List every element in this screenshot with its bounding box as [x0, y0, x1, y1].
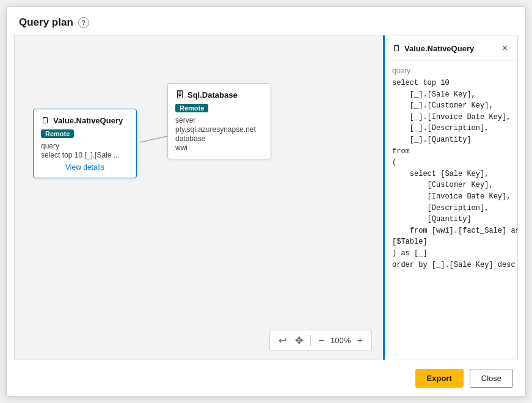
native-query-title: Value.NativeQuery	[53, 116, 123, 125]
detail-panel-body: query select top 10 [_].[Sale Key], [_].…	[385, 60, 517, 360]
sql-database-icon: 🗄	[175, 90, 184, 100]
detail-panel-title-row: 🗒 Value.NativeQuery	[392, 43, 474, 53]
detail-panel-close-button[interactable]: ×	[500, 42, 510, 55]
sql-database-prop-server-value: pty.sql.azuresynapse.net	[175, 125, 263, 134]
zoom-minus-button[interactable]: −	[315, 333, 327, 348]
canvas-toolbar: ↩ ✥ − 100% +	[269, 330, 372, 351]
native-query-icon: 🗒	[41, 115, 49, 125]
native-query-prop-query-label: query	[41, 142, 129, 150]
detail-panel-title: Value.NativeQuery	[404, 44, 474, 53]
native-query-node-header: 🗒 Value.NativeQuery	[41, 115, 129, 125]
undo-button[interactable]: ↩	[275, 333, 290, 348]
sql-database-badge: Remote	[175, 104, 208, 112]
zoom-plus-button[interactable]: +	[354, 333, 366, 348]
detail-panel-header: 🗒 Value.NativeQuery ×	[385, 35, 517, 60]
sql-database-prop-database-value: wwi	[175, 143, 263, 152]
export-button[interactable]: Export	[415, 369, 464, 388]
detail-panel: 🗒 Value.NativeQuery × query select top 1…	[383, 35, 517, 360]
detail-query-code: select top 10 [_].[Sale Key], [_].[Custo…	[392, 78, 510, 270]
close-button[interactable]: Close	[470, 369, 513, 388]
move-button[interactable]: ✥	[291, 333, 307, 348]
toolbar-divider	[310, 335, 311, 346]
dialog-footer: Export Close	[7, 360, 525, 396]
native-query-prop-query-value: select top 10 [_].[Sale ...	[41, 151, 129, 159]
dialog-title: Query plan	[19, 16, 73, 29]
native-query-node[interactable]: 🗒 Value.NativeQuery Remote query select …	[33, 109, 137, 178]
sql-database-prop-server-label: server	[175, 116, 263, 125]
dialog-body: 🗒 Value.NativeQuery Remote query select …	[14, 35, 518, 360]
help-icon[interactable]: ?	[78, 17, 89, 28]
zoom-level: 100%	[329, 336, 352, 345]
sql-database-title: Sql.Database	[188, 90, 238, 100]
detail-panel-icon: 🗒	[392, 43, 401, 53]
canvas-area[interactable]: 🗒 Value.NativeQuery Remote query select …	[15, 35, 383, 360]
detail-query-label: query	[392, 67, 510, 75]
query-plan-dialog: Query plan ? 🗒 Value.NativeQuery	[6, 6, 526, 397]
sql-database-prop-database-label: database	[175, 134, 263, 143]
dialog-header: Query plan ?	[7, 7, 525, 35]
sql-database-node[interactable]: 🗄 Sql.Database Remote server pty.sql.azu…	[167, 83, 271, 159]
view-details-link[interactable]: View details	[41, 163, 129, 172]
native-query-badge: Remote	[41, 129, 74, 138]
sql-database-node-header: 🗄 Sql.Database	[175, 90, 263, 100]
svg-line-1	[140, 136, 167, 142]
